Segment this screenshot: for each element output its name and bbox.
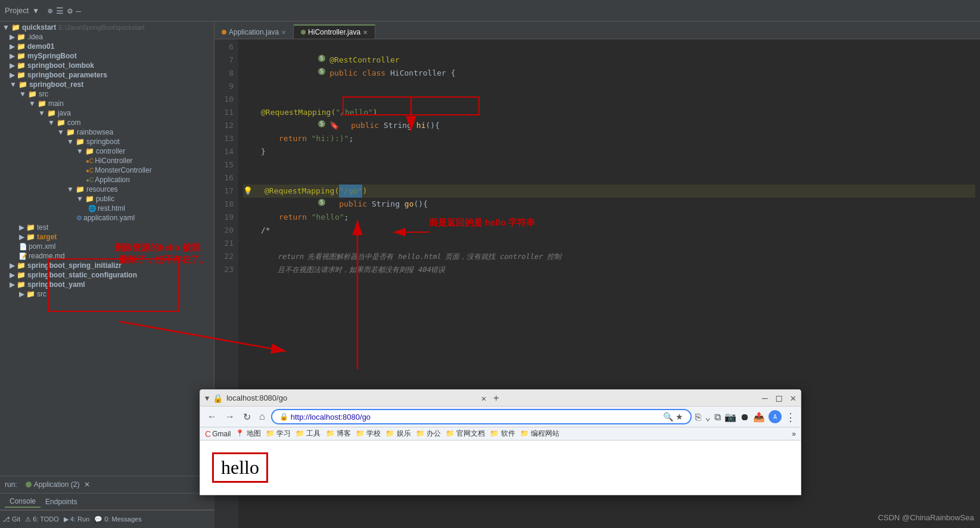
tree-label-monstercontroller: MonsterController <box>95 166 151 174</box>
bookmark-school[interactable]: 📁 学校 <box>356 429 381 439</box>
bookmark-blog[interactable]: 📁 博客 <box>326 429 351 439</box>
tree-item-test[interactable]: ▶ 📁 test <box>0 223 214 232</box>
tree-item-root[interactable]: ▼ 📁 quickstart E:\Java\SpringBoot\quicks… <box>0 23 214 32</box>
return-string-13: "hi:):)" <box>312 132 349 145</box>
close-tab-hi[interactable]: ✕ <box>363 29 368 36</box>
run-bar: run: Application (2) ✕ <box>0 476 214 493</box>
endpoints-tab[interactable]: Endpoints <box>41 496 82 507</box>
tree-item-demo01[interactable]: ▶ 📁 demo01 <box>0 42 214 51</box>
bookmark-official[interactable]: 📁 官网文档 <box>446 429 485 439</box>
tree-label-public: public <box>96 195 114 203</box>
browser-expand-icon[interactable]: ▼ <box>205 394 209 402</box>
search-icon-url[interactable]: 🔍 <box>663 412 673 421</box>
tree-item-springboot[interactable]: ▼ 📁 springboot <box>0 137 214 146</box>
chevron-down-icon-java: ▼ <box>38 109 45 117</box>
return-kw-19: return <box>279 211 312 224</box>
run-status[interactable]: ▶ 4: Run <box>64 515 89 523</box>
bookmark-tools[interactable]: 📁 工具 <box>295 429 321 439</box>
tree-item-readme[interactable]: 📝 readme.md <box>0 251 214 261</box>
tree-item-resources[interactable]: ▼ 📁 resources <box>0 185 214 194</box>
public-kw-18: public <box>339 198 372 211</box>
tree-item-hicontroller[interactable]: ●C HiController <box>0 156 214 165</box>
comment-22: return 先看视图解析器当中是否有 hello.html 页面，没有就找 c… <box>243 250 561 263</box>
browser-toolbar: ← → ↻ ⌂ 🔒 http://localhost:8080/go 🔍 ★ ⎘… <box>200 407 801 427</box>
tree-item-myspringboot[interactable]: ▶ 📁 mySpringBoot <box>0 51 214 61</box>
browser-hello-text: hello <box>212 452 268 483</box>
tree-item-rest[interactable]: ▼ 📁 springboot_rest <box>0 80 214 89</box>
bookmark-office[interactable]: 📁 办公 <box>416 429 441 439</box>
menu-icon[interactable]: ⋮ <box>785 411 796 423</box>
bookmark-star-icon[interactable]: ★ <box>676 412 683 421</box>
messages-status[interactable]: 💬 0: Messages <box>94 515 141 523</box>
url-text[interactable]: http://localhost:8080/go <box>291 413 661 421</box>
minimize-browser-icon[interactable]: — <box>762 392 768 404</box>
share-icon[interactable]: 📤 <box>753 411 765 423</box>
tree-item-src-bottom[interactable]: ▶ 📁 src <box>0 289 214 299</box>
bookmark-maps[interactable]: 📍 地图 <box>235 429 260 439</box>
git-status[interactable]: ⎇ Git <box>2 515 20 523</box>
tree-item-application[interactable]: ●C Application <box>0 175 214 185</box>
scope-icon[interactable]: ⊕ <box>48 6 52 15</box>
dropdown-icon[interactable]: ▼ <box>33 7 38 15</box>
bookmark-software[interactable]: 📁 软件 <box>490 429 515 439</box>
tree-label-yaml: springboot_yaml <box>27 280 85 289</box>
maximize-browser-icon[interactable]: □ <box>776 392 782 404</box>
run-application-tab[interactable]: Application (2) ✕ <box>22 479 94 490</box>
copy-icon[interactable]: ⎘ <box>695 411 701 423</box>
browser-action-icons: ⎘ ⌄ ⧉ 📷 ⏺ 📤 A ⋮ <box>695 410 796 423</box>
tree-item-monstercontroller[interactable]: ●C MonsterController <box>0 165 214 175</box>
close-browser-icon[interactable]: ✕ <box>790 392 796 404</box>
close-run-icon[interactable]: ✕ <box>84 480 90 489</box>
tree-item-target[interactable]: ▶ 📁 target <box>0 232 214 242</box>
record-icon[interactable]: ⏺ <box>740 411 749 423</box>
tab-icon[interactable]: ⧉ <box>714 411 721 423</box>
tree-item-rest-html[interactable]: 🌐 rest.html <box>0 204 214 213</box>
bookmark-coding[interactable]: 📁 编程网站 <box>520 429 559 439</box>
close-tab-browser[interactable]: ✕ <box>481 393 486 403</box>
tree-item-rainbowsea[interactable]: ▼ 📁 rainbowsea <box>0 127 214 137</box>
bookmark-gmail[interactable]: C Gmail <box>205 429 231 439</box>
settings-icon[interactable]: ⚙ <box>67 6 72 15</box>
tree-item-application-yaml[interactable]: ⚙ application.yaml <box>0 213 214 223</box>
tree-item-java[interactable]: ▼ 📁 java <box>0 108 214 118</box>
tree-item-lombok[interactable]: ▶ 📁 springboot_lombok <box>0 61 214 70</box>
chevron-right-icon-lombok: ▶ <box>10 61 15 70</box>
back-button[interactable]: ← <box>205 410 219 423</box>
todo-status[interactable]: ⚠ 6: TODO <box>25 515 59 523</box>
layout-icon[interactable]: ☰ <box>56 6 64 15</box>
forward-button[interactable]: → <box>223 410 237 423</box>
console-tab[interactable]: Console <box>5 496 41 508</box>
tree-item-yaml[interactable]: ▶ 📁 springboot_yaml <box>0 280 214 289</box>
bookmark-entertainment[interactable]: 📁 娱乐 <box>385 429 410 439</box>
home-button[interactable]: ⌂ <box>257 410 267 423</box>
refresh-button[interactable]: ↻ <box>241 410 253 424</box>
tree-item-com[interactable]: ▼ 📁 com <box>0 118 214 127</box>
bookmark-study[interactable]: 📁 学习 <box>266 429 291 439</box>
tree-item-public[interactable]: ▼ 📁 public <box>0 194 214 204</box>
url-bar[interactable]: 🔒 http://localhost:8080/go 🔍 ★ <box>271 409 692 424</box>
tab-hicontroller-java[interactable]: HiController.java ✕ <box>294 24 375 39</box>
close-tab-application[interactable]: ✕ <box>281 29 286 36</box>
ln-10: 10 <box>214 93 234 106</box>
ln-16: 16 <box>214 171 234 185</box>
tree-label-demo01: demo01 <box>27 42 54 51</box>
tree-item-idea[interactable]: ▶ 📁 .idea <box>0 32 214 42</box>
tree-label-test: test <box>37 223 48 232</box>
tree-item-static[interactable]: ▶ 📁 springboot_static_configuration <box>0 270 214 280</box>
screenshot-icon[interactable]: 📷 <box>724 411 736 423</box>
minimize-icon[interactable]: — <box>76 6 81 15</box>
avatar-icon[interactable]: A <box>769 410 782 423</box>
new-tab-icon[interactable]: + <box>493 392 499 404</box>
chevron-down-browser-icon[interactable]: ⌄ <box>705 411 711 423</box>
tree-item-pom[interactable]: 📄 pom.xml <box>0 242 214 251</box>
ln-12: 12 <box>214 119 234 132</box>
ln-17: 17 <box>214 185 234 198</box>
tab-application-java[interactable]: Application.java ✕ <box>214 26 294 39</box>
tree-item-initializr[interactable]: ▶ 📁 springboot_spring_initializr <box>0 261 214 270</box>
more-bookmarks[interactable]: » <box>792 430 796 438</box>
tree-item-src[interactable]: ▼ 📁 src <box>0 89 214 99</box>
tree-item-main[interactable]: ▼ 📁 main <box>0 99 214 108</box>
tree-item-parameters[interactable]: ▶ 📁 springboot_parameters <box>0 70 214 80</box>
ln-20: 20 <box>214 224 234 237</box>
tree-item-controller[interactable]: ▼ 📁 controller <box>0 146 214 156</box>
